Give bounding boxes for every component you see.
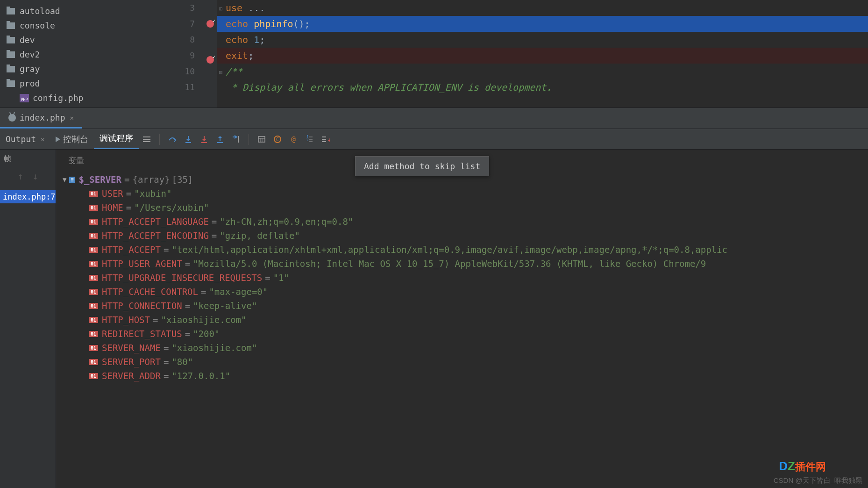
variable-row[interactable]: 01USER="xubin"	[63, 187, 868, 201]
php-file-icon: PHP	[20, 94, 29, 102]
svg-text:@: @	[292, 135, 296, 144]
tree-folder[interactable]: prod	[0, 76, 166, 91]
variable-row[interactable]: 01SERVER_NAME="xiaoshijie.com"	[63, 341, 868, 355]
variable-row[interactable]: 01HTTP_HOST="xiaoshijie.com"	[63, 313, 868, 327]
tree-folder[interactable]: dev2	[0, 47, 166, 62]
tree-file[interactable]: PHPconfig.php	[0, 91, 166, 105]
code-editor[interactable]: 37891011 ⊞use ...echo phpinfo();echo 1;e…	[166, 0, 868, 108]
var-key: REDIRECT_STATUS	[102, 329, 182, 339]
bug-icon	[8, 114, 16, 122]
svg-text:2: 2	[306, 138, 309, 142]
variable-row[interactable]: 01SERVER_PORT="80"	[63, 355, 868, 369]
index-badge-icon: 01	[89, 261, 98, 267]
stack-frame[interactable]: index.php:7	[0, 190, 56, 203]
index-badge-icon: 01	[89, 205, 98, 211]
separator	[159, 134, 160, 145]
svg-text:+: +	[328, 136, 330, 144]
breakpoint-icon[interactable]	[206, 56, 214, 64]
var-value: "127.0.0.1"	[171, 371, 230, 381]
play-icon	[56, 136, 60, 142]
breakpoint-icon[interactable]	[206, 20, 214, 28]
variable-row[interactable]: 01HTTP_ACCEPT_ENCODING="gzip, deflate"	[63, 229, 868, 243]
force-step-into-icon[interactable]	[196, 131, 212, 147]
variable-row[interactable]: 01HTTP_ACCEPT_LANGUAGE="zh-CN,zh;q=0.9,e…	[63, 215, 868, 229]
var-value: "zh-CN,zh;q=0.9,en;q=0.8"	[220, 216, 353, 227]
folder-icon	[7, 51, 15, 58]
step-over-icon[interactable]	[164, 131, 180, 147]
debug-tab-label: index.php	[20, 113, 65, 122]
index-badge-icon: 01	[89, 275, 98, 281]
project-tree: autoload console dev dev2 gray prod PHPc…	[0, 0, 166, 108]
step-into-icon[interactable]	[180, 131, 196, 147]
expand-triangle-icon[interactable]: ▼	[63, 176, 66, 183]
tree-folder[interactable]: console	[0, 18, 166, 33]
var-name: $_SERVER	[78, 174, 121, 185]
trace-icon[interactable]: C	[270, 131, 285, 147]
variable-row[interactable]: 01HTTP_USER_AGENT="Mozilla/5.0 (Macintos…	[63, 257, 868, 271]
debugger-tab[interactable]: 调试程序	[94, 129, 139, 149]
var-value: "/Users/xubin"	[134, 202, 209, 213]
var-value: "xiaoshijie.com"	[161, 315, 246, 325]
tree-label: dev2	[20, 50, 40, 59]
var-key: USER	[102, 188, 123, 199]
layout-icon[interactable]	[139, 131, 155, 147]
variable-row[interactable]: 01HTTP_CACHE_CONTROL="max-age=0"	[63, 285, 868, 299]
watermark-logo: DZ插件网	[779, 459, 826, 474]
evaluate-expression-icon[interactable]	[254, 131, 270, 147]
debug-session-tab[interactable]: index.php ✕	[0, 108, 82, 129]
index-badge-icon: 01	[89, 373, 98, 379]
frames-nav: ↑ ↓	[0, 164, 56, 190]
array-badge-icon: ≡	[69, 177, 75, 183]
folder-icon	[7, 37, 15, 43]
breakpoint-gutter[interactable]	[203, 0, 217, 108]
index-badge-icon: 01	[89, 359, 98, 365]
variable-row[interactable]: 01HOME="/Users/xubin"	[63, 201, 868, 215]
code-area[interactable]: ⊞use ...echo phpinfo();echo 1;exit;⊟/** …	[217, 0, 868, 108]
close-icon[interactable]: ✕	[70, 114, 74, 122]
var-key: HTTP_USER_AGENT	[102, 258, 182, 269]
sort-icon[interactable]: 12	[301, 131, 317, 147]
output-tab[interactable]: Output✕	[0, 129, 50, 149]
index-badge-icon: 01	[89, 303, 98, 309]
var-value: "1"	[273, 273, 289, 283]
var-key: SERVER_ADDR	[102, 371, 161, 381]
close-icon[interactable]: ✕	[41, 136, 44, 143]
var-value: "keep-alive"	[193, 301, 257, 311]
tree-folder[interactable]: dev	[0, 33, 166, 47]
variable-row[interactable]: 01REDIRECT_STATUS="200"	[63, 327, 868, 341]
tree-label: prod	[20, 79, 40, 88]
watermark-text: CSDN @天下皆白_唯我独黑	[774, 476, 862, 485]
tree-folder[interactable]: autoload	[0, 4, 166, 18]
var-value: "max-age=0"	[209, 287, 268, 297]
var-key: HTTP_HOST	[102, 315, 150, 325]
add-to-skip-list-icon[interactable]: +	[317, 131, 333, 147]
var-value: "xubin"	[134, 188, 171, 199]
frames-panel: 帧 ↑ ↓ index.php:7	[0, 150, 56, 488]
var-key: SERVER_NAME	[102, 343, 161, 353]
variable-row[interactable]: 01HTTP_ACCEPT="text/html,application/xht…	[63, 243, 868, 257]
svg-rect-10	[258, 136, 265, 142]
variables-panel: 变量 ▼ ≡ $_SERVER = {array} [35] 01USER="x…	[56, 150, 868, 488]
index-badge-icon: 01	[89, 233, 98, 239]
arrow-up-icon[interactable]: ↑	[17, 171, 23, 182]
tree-label: dev	[20, 35, 35, 45]
arrow-down-icon[interactable]: ↓	[33, 171, 38, 182]
var-key: HTTP_CONNECTION	[102, 301, 182, 311]
folder-icon	[7, 8, 15, 14]
tooltip: Add method to skip list	[355, 156, 489, 176]
step-out-icon[interactable]	[212, 131, 228, 147]
var-key: SERVER_PORT	[102, 357, 161, 367]
variable-row[interactable]: 01HTTP_CONNECTION="keep-alive"	[63, 299, 868, 313]
var-key: HTTP_ACCEPT_LANGUAGE	[102, 216, 209, 227]
var-key: HTTP_UPGRADE_INSECURE_REQUESTS	[102, 273, 262, 283]
folder-icon	[7, 22, 15, 29]
at-icon[interactable]: @	[285, 131, 301, 147]
run-to-cursor-icon[interactable]	[228, 131, 244, 147]
tree-label: gray	[20, 64, 40, 74]
variable-row[interactable]: 01SERVER_ADDR="127.0.0.1"	[63, 369, 868, 383]
console-tab[interactable]: 控制台	[50, 129, 94, 149]
tree-folder[interactable]: gray	[0, 62, 166, 76]
variable-row[interactable]: 01HTTP_UPGRADE_INSECURE_REQUESTS="1"	[63, 271, 868, 285]
folder-icon	[7, 66, 15, 72]
var-value: "200"	[193, 329, 220, 339]
